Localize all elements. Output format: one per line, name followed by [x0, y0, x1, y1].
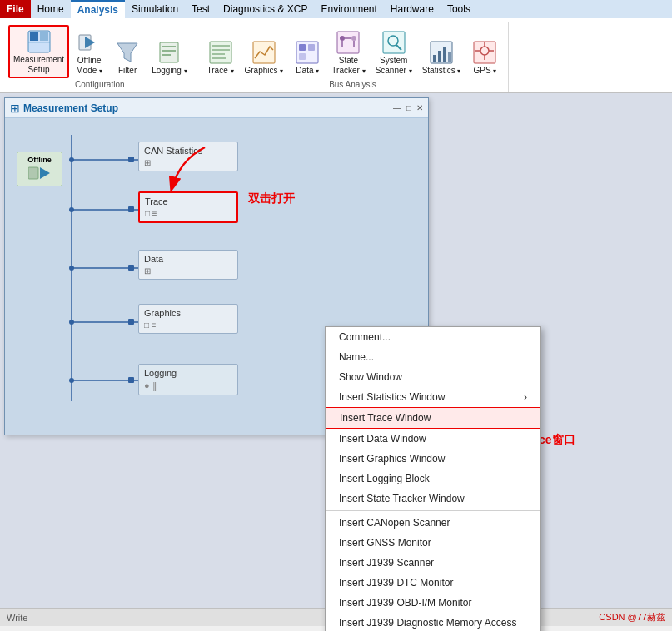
svg-point-49 [69, 266, 74, 271]
system-scanner-icon [381, 29, 407, 56]
ctx-name[interactable]: Name... [326, 347, 540, 367]
mode-container-offline: Offline Online Real >> [17, 152, 62, 186]
svg-rect-11 [210, 42, 231, 63]
svg-rect-59 [128, 265, 134, 271]
window-close-btn[interactable]: ✕ [416, 103, 423, 112]
ribbon-btn-state-tracker[interactable]: StateTracker ▾ [327, 27, 369, 78]
trace-icon [207, 39, 234, 66]
node-logging[interactable]: Logging ● ‖ [138, 364, 238, 395]
window-icon: ⊞ [10, 102, 20, 115]
ctx-j1939-diag[interactable]: Insert J1939 Diagnostic Memory Access [326, 613, 540, 631]
svg-marker-63 [40, 167, 50, 179]
ribbon-btn-measurement-setup[interactable]: MeasurementSetup [8, 25, 69, 78]
ctx-insert-statistics-window[interactable]: Insert Statistics Window › [326, 387, 540, 407]
menubar: File Home Analysis Simulation Test Diagn… [0, 0, 672, 18]
ctx-insert-state-tracker[interactable]: Insert State Tracker Window [326, 489, 540, 509]
ribbon-btn-logging[interactable]: Logging ▾ [147, 37, 191, 78]
menu-home[interactable]: Home [31, 0, 71, 18]
svg-rect-20 [299, 53, 306, 60]
graphics-label: Graphics ▾ [245, 66, 284, 76]
ctx-j1939-dtc[interactable]: Insert J1939 DTC Monitor [326, 573, 540, 593]
ribbon-btn-graphics[interactable]: Graphics ▾ [241, 37, 288, 78]
ctx-show-window[interactable]: Show Window [326, 367, 540, 387]
trace-label: Trace ▾ [207, 66, 234, 76]
ctx-j1939-obdim[interactable]: Insert J1939 OBD-I/M Monitor [326, 593, 540, 613]
csdn-badge: CSDN @77赫兹 [599, 611, 665, 624]
window-title: Measurement Setup [23, 102, 393, 114]
menu-simulation[interactable]: Simulation [125, 0, 185, 18]
ctx-insert-graphics-window[interactable]: Insert Graphics Window [326, 449, 540, 469]
offline-mode-label: OfflineMode ▾ [76, 56, 102, 76]
menu-tools[interactable]: Tools [441, 0, 477, 18]
ribbon-btn-trace[interactable]: Trace ▾ [202, 37, 239, 78]
trace-node-icons: □ ≡ [145, 209, 231, 218]
ctx-insert-statistics-arrow: › [524, 391, 527, 403]
ribbon-group-configuration: MeasurementSetup OfflineMode ▾ Filter [3, 22, 197, 92]
menu-file[interactable]: File [0, 0, 31, 18]
node-can-statistics[interactable]: CAN Statistics ⊞ [138, 142, 238, 171]
node-data[interactable]: Data ⊞ [138, 250, 238, 280]
svg-rect-33 [443, 47, 446, 62]
ctx-insert-statistics-label: Insert Statistics Window [339, 391, 445, 403]
ribbon-group-bus-analysis: Trace ▾ Graphics ▾ [197, 22, 510, 92]
svg-rect-60 [128, 319, 134, 325]
menu-test[interactable]: Test [185, 0, 217, 18]
svg-rect-31 [433, 55, 436, 62]
double-click-label: 双击打开 [248, 191, 295, 206]
ctx-gnss-monitor[interactable]: Insert GNSS Monitor [326, 533, 540, 553]
svg-point-51 [69, 378, 74, 383]
ribbon-btn-gps[interactable]: GPS ▾ [466, 37, 503, 78]
ctx-insert-trace-window[interactable]: Insert Trace Window [326, 407, 540, 429]
ribbon-btn-system-scanner[interactable]: SystemScanner ▾ [371, 27, 416, 78]
graphics-node-title: Graphics [144, 308, 232, 318]
ctx-insert-logging-block[interactable]: Insert Logging Block [326, 469, 540, 489]
svg-rect-21 [337, 32, 359, 53]
measurement-setup-icon [26, 28, 52, 55]
graphics-node-icons: □ ≡ [144, 320, 232, 330]
ctx-canopen-scanner[interactable]: Insert CANopen Scanner [326, 513, 540, 533]
ribbon-btn-offline-mode[interactable]: OfflineMode ▾ [71, 27, 107, 78]
filter-icon [114, 39, 141, 66]
svg-rect-2 [40, 32, 48, 41]
offline-label: Offline [21, 156, 58, 164]
svg-point-22 [340, 36, 345, 41]
offline-mode-icon [76, 29, 102, 56]
ribbon-btn-statistics[interactable]: Statistics ▾ [418, 37, 465, 78]
node-graphics[interactable]: Graphics □ ≡ [138, 304, 238, 334]
svg-rect-7 [160, 42, 178, 62]
data-node-icons: ⊞ [144, 266, 232, 276]
svg-rect-18 [299, 44, 306, 51]
menu-diagnostics[interactable]: Diagnostics & XCP [217, 0, 314, 18]
can-statistics-icons: ⊞ [144, 158, 232, 167]
graphics-icon [251, 39, 277, 66]
logging-node-title: Logging [144, 368, 232, 378]
gps-icon [471, 39, 498, 66]
menu-hardware[interactable]: Hardware [384, 0, 441, 18]
node-trace[interactable]: Trace □ ≡ [138, 191, 238, 223]
logging-icon [156, 39, 182, 66]
window-maximize-btn[interactable]: □ [406, 103, 411, 112]
can-statistics-title: CAN Statistics [144, 146, 232, 156]
menu-environment[interactable]: Environment [314, 0, 383, 18]
trace-node-title: Trace [145, 196, 231, 206]
bus-analysis-group-label: Bus Analysis [329, 78, 376, 91]
svg-rect-27 [383, 32, 405, 53]
statusbar-left: Write [7, 613, 27, 623]
ctx-comment[interactable]: Comment... [326, 327, 540, 347]
ribbon-configuration-buttons: MeasurementSetup OfflineMode ▾ Filter [8, 23, 192, 78]
ctx-j1939-scanner[interactable]: Insert J1939 Scanner [326, 553, 540, 573]
svg-rect-58 [128, 206, 134, 212]
svg-rect-16 [253, 42, 275, 63]
window-minimize-btn[interactable]: — [393, 103, 401, 112]
ribbon: MeasurementSetup OfflineMode ▾ Filter [0, 18, 672, 93]
ctx-insert-data-window[interactable]: Insert Data Window [326, 429, 540, 449]
svg-point-47 [69, 157, 74, 162]
ribbon-btn-filter[interactable]: Filter [109, 37, 146, 78]
svg-rect-62 [28, 167, 38, 179]
menu-analysis[interactable]: Analysis [71, 0, 125, 18]
context-menu: Comment... Name... Show Window Insert St… [325, 326, 541, 631]
svg-rect-19 [308, 44, 315, 51]
ribbon-btn-data[interactable]: Data ▾ [289, 37, 326, 78]
configuration-group-label: Configuration [75, 78, 124, 91]
ribbon-bus-buttons: Trace ▾ Graphics ▾ [202, 23, 504, 78]
